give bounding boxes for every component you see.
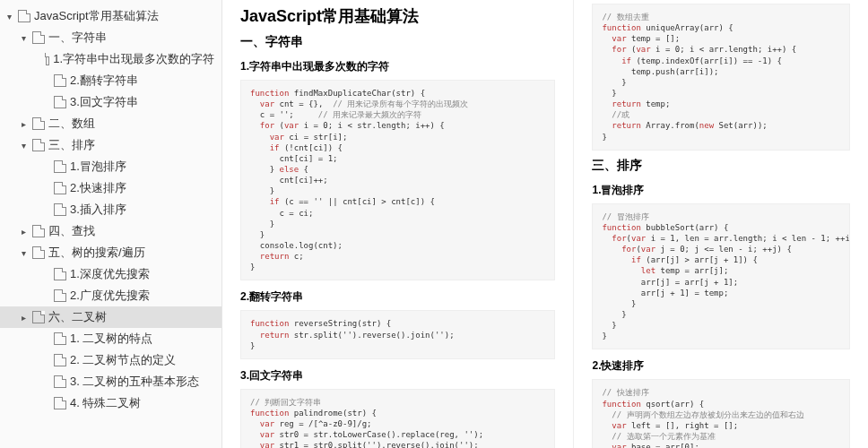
tree-item-label: 1. 二叉树的特点 — [70, 331, 152, 347]
tree-item-label: 2.广度优先搜索 — [70, 288, 150, 304]
file-icon — [54, 74, 66, 87]
tree-item-1[interactable]: ▾一、字符串 — [0, 27, 221, 48]
file-icon — [54, 96, 66, 108]
tree-item-label: 1.冒泡排序 — [70, 159, 126, 175]
file-icon — [32, 225, 45, 237]
tree-item-3[interactable]: 2.翻转字符串 — [0, 70, 221, 91]
file-icon — [54, 182, 66, 194]
tree-item-label: 三、排序 — [48, 137, 95, 153]
tree-item-18[interactable]: 4. 特殊二叉树 — [0, 392, 221, 414]
chevron-icon: ▸ — [22, 119, 32, 129]
tree-item-16[interactable]: 2. 二叉树节点的定义 — [0, 349, 221, 371]
tree-item-label: 五、树的搜索/遍历 — [48, 245, 145, 261]
code-block-qsort: // 快速排序 function qsort(arr) { // 声明两个数组左… — [592, 379, 850, 448]
tree-item-5[interactable]: ▸二、数组 — [0, 113, 221, 134]
file-icon — [54, 268, 66, 280]
tree-item-label: 2.快速排序 — [70, 180, 126, 196]
code-block-2: function reverseString(str) { return str… — [240, 310, 555, 358]
tree-item-label: 3.插入排序 — [70, 202, 126, 218]
subsection-3-2: 2.快速排序 — [592, 358, 850, 374]
file-icon — [54, 354, 66, 366]
subsection-1-1: 1.字符串中出现最多次数的字符 — [240, 59, 555, 74]
subsection-3-1: 1.冒泡排序 — [592, 183, 850, 198]
tree-item-7[interactable]: 1.冒泡排序 — [0, 156, 221, 177]
file-icon — [32, 311, 45, 323]
tree-item-0[interactable]: ▾JavaScript常用基础算法 — [0, 5, 221, 27]
file-icon — [54, 160, 66, 173]
tree-item-label: 四、查找 — [48, 223, 95, 239]
tree-item-14[interactable]: ▸六、二叉树 — [0, 306, 221, 328]
tree-item-label: 一、字符串 — [48, 30, 107, 46]
chevron-icon: ▸ — [22, 313, 32, 323]
file-icon — [54, 203, 66, 216]
section-sort: 三、排序 — [592, 158, 850, 174]
chevron-icon: ▾ — [22, 141, 32, 151]
file-icon — [54, 289, 66, 302]
code-block-dedup: // 数组去重 function uniqueArray(arr) { var … — [592, 4, 850, 151]
tree-item-label: 4. 特殊二叉树 — [70, 395, 141, 411]
section-strings: 一、字符串 — [240, 34, 555, 50]
tree-item-6[interactable]: ▾三、排序 — [0, 134, 221, 156]
tree-item-2[interactable]: 1.字符串中出现最多次数的字符 — [0, 48, 221, 70]
tree-item-10[interactable]: ▸四、查找 — [0, 220, 221, 242]
code-block-3: // 判断回文字符串 function palindrome(str) { va… — [240, 389, 555, 448]
tree-item-12[interactable]: 1.深度优先搜索 — [0, 263, 221, 285]
tree-item-15[interactable]: 1. 二叉树的特点 — [0, 328, 221, 349]
chevron-icon: ▾ — [22, 248, 32, 258]
tree-item-label: 1.字符串中出现最多次数的字符 — [53, 51, 214, 67]
file-icon — [54, 332, 66, 345]
chevron-icon: ▾ — [22, 33, 32, 43]
file-icon — [54, 375, 66, 388]
tree-item-9[interactable]: 3.插入排序 — [0, 199, 221, 220]
code-block-bubble: // 冒泡排序 function bubbleSort(arr) { for(v… — [592, 203, 850, 350]
tree-item-17[interactable]: 3. 二叉树的五种基本形态 — [0, 371, 221, 392]
file-icon — [46, 53, 50, 65]
tree-item-label: 六、二叉树 — [48, 309, 107, 325]
content-area: JavaScript常用基础算法 一、字符串 1.字符串中出现最多次数的字符 f… — [222, 0, 868, 448]
file-icon — [32, 246, 45, 259]
tree-item-label: 二、数组 — [48, 116, 95, 132]
file-icon — [54, 397, 66, 409]
file-icon — [32, 139, 45, 151]
sidebar-tree: ▾JavaScript常用基础算法▾一、字符串1.字符串中出现最多次数的字符2.… — [0, 0, 222, 448]
tree-item-label: 3. 二叉树的五种基本形态 — [70, 374, 199, 390]
tree-item-13[interactable]: 2.广度优先搜索 — [0, 285, 221, 306]
tree-item-11[interactable]: ▾五、树的搜索/遍历 — [0, 242, 221, 263]
code-block-1: function findMaxDuplicateChar(str) { var… — [240, 80, 555, 280]
tree-item-label: 3.回文字符串 — [70, 94, 138, 110]
subsection-1-2: 2.翻转字符串 — [240, 289, 555, 305]
right-column: // 数组去重 function uniqueArray(arr) { var … — [574, 0, 868, 448]
page-title: JavaScript常用基础算法 — [240, 5, 555, 27]
chevron-icon: ▸ — [22, 227, 32, 237]
chevron-icon: ▾ — [7, 12, 18, 22]
subsection-1-3: 3.回文字符串 — [240, 368, 555, 383]
tree-item-4[interactable]: 3.回文字符串 — [0, 91, 221, 113]
file-icon — [18, 10, 30, 22]
file-icon — [32, 117, 45, 130]
center-column: JavaScript常用基础算法 一、字符串 1.字符串中出现最多次数的字符 f… — [222, 0, 574, 448]
tree-item-label: JavaScript常用基础算法 — [34, 8, 159, 24]
tree-item-8[interactable]: 2.快速排序 — [0, 177, 221, 199]
file-icon — [32, 31, 45, 44]
tree-item-label: 2. 二叉树节点的定义 — [70, 352, 176, 368]
tree-item-label: 2.翻转字符串 — [70, 73, 138, 89]
tree-item-label: 1.深度优先搜索 — [70, 266, 150, 282]
